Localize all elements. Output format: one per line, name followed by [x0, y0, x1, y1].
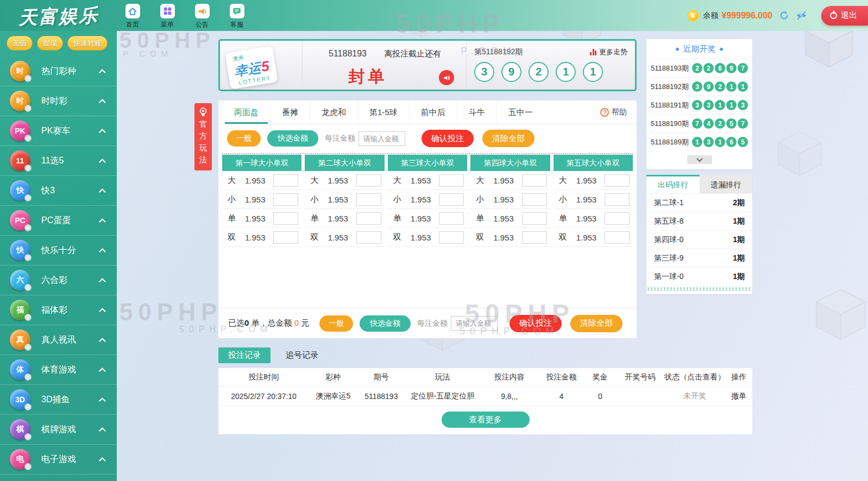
tab-ball-1-5[interactable]: 第1-5球: [358, 100, 410, 124]
tab-number-rank[interactable]: 出码排行: [646, 175, 700, 193]
odds-cell: 双1.953: [222, 228, 301, 247]
more-trends-link[interactable]: 更多走势: [590, 47, 627, 57]
bet-amount-input[interactable]: [356, 231, 381, 244]
bet-amount-input[interactable]: [356, 174, 381, 187]
amount-input[interactable]: [358, 131, 405, 146]
sidebar-item-live-video[interactable]: 真 真人视讯: [0, 325, 117, 355]
bet-amount-input[interactable]: [273, 231, 298, 244]
odds-cell: 小1.953: [222, 190, 301, 209]
nav-announcement-label: 公告: [196, 20, 209, 29]
confirm-bet-button[interactable]: 确认投注: [422, 130, 474, 147]
hide-balance-icon[interactable]: [796, 10, 807, 21]
sidebar-item-kuai3[interactable]: 快 快3: [0, 176, 117, 206]
bet-amount-input[interactable]: [273, 193, 298, 206]
odds-column-3: 第三球大小单双 大1.953 小1.953 单1.953 双1.953: [388, 155, 467, 247]
brand-logo[interactable]: 天富娱乐: [18, 3, 99, 30]
clear-all-button[interactable]: 清除全部: [482, 130, 534, 147]
bet-amount-input[interactable]: [356, 212, 381, 225]
tab-dragon-tiger[interactable]: 龙虎和: [310, 100, 358, 124]
list-item: 第四球-0 1期: [649, 230, 750, 249]
withdraw-button[interactable]: 提现: [37, 36, 63, 50]
draw-balls: 33113: [692, 100, 748, 110]
tab-bullfight[interactable]: 斗牛: [457, 100, 497, 124]
bet-amount-input[interactable]: [522, 174, 547, 187]
tab-five-pick-one[interactable]: 五中一: [497, 100, 544, 124]
odds-cell: 单1.953: [222, 209, 301, 228]
general-mode-button[interactable]: 一般: [319, 315, 353, 332]
bet-amount-input[interactable]: [439, 174, 464, 187]
sidebar-item-ssc[interactable]: 时 时时彩: [0, 86, 117, 116]
bet-amount-input[interactable]: [273, 174, 298, 187]
general-mode-button[interactable]: 一般: [227, 130, 261, 147]
quick-amount-button[interactable]: 快选金额: [267, 130, 318, 147]
nav-menu[interactable]: 菜单: [156, 4, 178, 29]
odds-cell: 大1.953: [222, 171, 301, 190]
tab-omission-rank[interactable]: 遗漏排行: [700, 175, 753, 193]
bet-amount-input[interactable]: [605, 231, 630, 244]
sidebar-item-happy10[interactable]: 快 快乐十分: [0, 236, 117, 265]
bet-amount-input[interactable]: [605, 174, 630, 187]
table-row: 2025/2/27 20:37:10 澳洲幸运5 51188193 定位胆-五星…: [218, 387, 752, 406]
cube-decoration: [776, 129, 823, 177]
cube-decoration: [814, 287, 868, 341]
confirm-bet-button[interactable]: 确认投注: [510, 315, 562, 332]
bet-amount-input[interactable]: [439, 231, 464, 244]
play-tabs: 两面盘 番摊 龙虎和 第1-5球 前中后 斗牛 五中一 ? 帮助: [218, 100, 637, 124]
collapse-recent-button[interactable]: [687, 155, 712, 164]
tab-two-sides[interactable]: 两面盘: [223, 100, 271, 124]
odds-cell: 双1.953: [388, 228, 467, 247]
lottery-ball-icon: PC: [10, 210, 30, 231]
nav-announcement[interactable]: 公告: [191, 4, 213, 29]
sidebar-item-pc-dandan[interactable]: PC PC蛋蛋: [0, 206, 117, 236]
status-badge[interactable]: 未开奖: [664, 391, 726, 401]
tab-fantan[interactable]: 番摊: [271, 100, 310, 124]
tab-bet-records[interactable]: 投注记录: [218, 347, 271, 363]
sidebar-item-sports[interactable]: 体 体育游戏: [0, 355, 117, 385]
account-area: ¥ 余额 ¥999996.000 退出: [687, 0, 868, 31]
bet-amount-input[interactable]: [522, 231, 547, 244]
sidebar-item-11x5[interactable]: 11 11选5: [0, 146, 117, 176]
nav-service[interactable]: 客服: [226, 4, 248, 29]
clear-all-button[interactable]: 清除全部: [570, 315, 622, 332]
watermark-text: 50PHP: [119, 299, 222, 326]
bet-amount-input[interactable]: [522, 193, 547, 206]
logout-button[interactable]: 退出: [821, 6, 868, 26]
tab-front-mid-back[interactable]: 前中后: [410, 100, 457, 124]
sidebar-item-liuhecai[interactable]: 六 六合彩: [0, 265, 117, 295]
deposit-button[interactable]: 充值: [7, 36, 33, 50]
lottery-ball-icon: 电: [10, 449, 30, 470]
lottery-logo-area: 澳洲 幸运5 LOTTERY: [220, 41, 303, 90]
bet-amount-input[interactable]: [356, 193, 381, 206]
rank-tabs: 出码排行 遗漏排行: [646, 175, 752, 193]
decor-stripes: [647, 287, 751, 291]
bet-amount-input[interactable]: [439, 193, 464, 206]
bet-amount-input[interactable]: [605, 212, 630, 225]
sidebar-item-hot-lotteries[interactable]: 时 热门彩种: [0, 56, 117, 86]
refresh-balance-icon[interactable]: [779, 10, 789, 21]
sidebar-item-e-games[interactable]: 电 电子游戏: [0, 445, 117, 474]
sidebar-item-3d-fishing[interactable]: 3D 3D捕鱼: [0, 385, 117, 415]
sound-icon[interactable]: [439, 70, 454, 85]
bet-amount-input[interactable]: [273, 212, 298, 225]
lottery-name: 澳洲幸运5: [309, 391, 357, 401]
view-more-button[interactable]: 查看更多: [442, 412, 530, 428]
quick-amount-button[interactable]: 快选金额: [360, 315, 411, 332]
sidebar-item-pk-racing[interactable]: PK PK赛车: [0, 116, 117, 146]
tab-chase-records[interactable]: 追号记录: [276, 347, 328, 363]
betting-panel: 两面盘 番摊 龙虎和 第1-5球 前中后 斗牛 五中一 ? 帮助 一般 快选金额…: [218, 100, 637, 338]
sidebar-item-board-games[interactable]: 棋 棋牌游戏: [0, 415, 117, 445]
amount-input[interactable]: [451, 316, 498, 331]
cancel-bet-link[interactable]: 撤单: [726, 391, 752, 401]
bet-amount-input[interactable]: [522, 212, 547, 225]
lottery-logo-badge: 澳洲 幸运5 LOTTERY: [225, 46, 278, 89]
nav-service-label: 客服: [230, 20, 243, 29]
sidebar-item-futicai[interactable]: 福 福体彩: [0, 295, 117, 325]
odds-cell: 小1.953: [470, 190, 550, 209]
selected-count: 0: [244, 318, 249, 327]
bet-amount-input[interactable]: [439, 212, 464, 225]
quick-transfer-button[interactable]: 快速转账: [67, 36, 108, 50]
help-link[interactable]: ? 帮助: [600, 100, 637, 124]
official-play-tag[interactable]: 官 方 玩 法: [194, 103, 212, 170]
nav-home[interactable]: 首页: [122, 4, 143, 29]
bet-amount-input[interactable]: [605, 193, 630, 206]
